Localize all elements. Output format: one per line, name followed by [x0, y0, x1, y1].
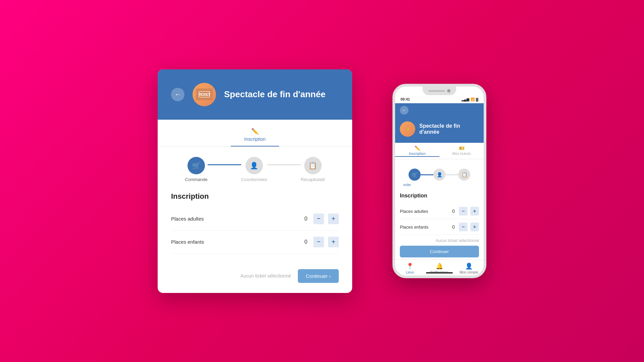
phone-inscription-label: Inscription [409, 152, 426, 156]
section-title: Inscription [171, 192, 339, 201]
phone-frame: 09:41 ▂▄▆ 📶 ▓ ← 🎫 Spectacle de fin d'ann… [392, 84, 486, 278]
phone-tab-inscription[interactable]: ✏️ Inscription [395, 143, 439, 159]
phone-step-order-label: order [402, 181, 477, 187]
adultes-value: 0 [303, 216, 309, 222]
no-ticket-text: Aucun ticket sélectionné [240, 273, 291, 279]
ticket-icon: TICKET [196, 88, 213, 100]
step-coordonnees-circle: 👤 [246, 157, 263, 174]
enfants-minus-button[interactable]: − [313, 237, 324, 247]
phone-event-icon: 🎫 [400, 121, 415, 137]
phone-wrapper: 09:41 ▂▄▆ 📶 ▓ ← 🎫 Spectacle de fin d'ann… [392, 84, 486, 278]
phone-adultes-value: 0 [451, 208, 456, 214]
ticket-text: TICKET [199, 93, 210, 97]
inscription-tab-icon: ✏️ [251, 128, 259, 135]
step-recapitulatif: 📋 Récapitulatif [301, 157, 325, 182]
adultes-plus-button[interactable]: + [328, 214, 339, 224]
phone-inscription-icon: ✏️ [415, 145, 420, 151]
phone-enfants-minus[interactable]: − [459, 223, 468, 231]
phone-step3-circle: 📋 [458, 169, 470, 181]
phone-back-icon: ← [402, 108, 407, 113]
step-commande-icon: 🛒 [192, 162, 201, 170]
phone-step2-circle: 👤 [433, 169, 445, 181]
phone-tickets-label: Mes tickets [452, 152, 471, 156]
lieux-label: Lieux [406, 270, 414, 274]
home-indicator [426, 272, 453, 274]
phone-back-bar: ← [395, 103, 484, 117]
phone-step1-circle: 🛒 [409, 169, 421, 181]
tab-inscription[interactable]: ✏️ Inscription [231, 125, 279, 146]
phone-ticket-text: 🎫 [406, 128, 409, 131]
step-commande: 🛒 Commande [185, 157, 208, 182]
phone-enfants-qty: 0 − + [451, 223, 479, 231]
enfants-value: 0 [303, 239, 309, 245]
phone-enfants-value: 0 [451, 224, 456, 230]
camera [447, 89, 450, 93]
tab-inscription-label: Inscription [244, 136, 266, 142]
phone-adultes-row: Places adultes 0 − + [400, 203, 479, 219]
battery-icon: ▓ [476, 98, 478, 101]
step-coordonnees-icon: 👤 [250, 162, 258, 170]
phone-step-line-1 [421, 174, 433, 175]
phone-enfants-label: Places enfants [400, 225, 428, 230]
compte-label: Mon compte [460, 270, 478, 274]
phone-adultes-minus[interactable]: − [459, 207, 468, 216]
card-header: ← TICKET Spectacle de fin d'année [158, 69, 352, 120]
phone-enfants-row: Places enfants 0 − + [400, 219, 479, 235]
step-coordonnees: 👤 Coordonnées [241, 157, 267, 182]
desktop-tabs: ✏️ Inscription [158, 120, 352, 147]
step-commande-label: Commande [185, 177, 208, 182]
stepper: 🛒 Commande 👤 Coordonnées 📋 Récapitulatif [158, 147, 352, 185]
phone-tickets-icon: 🎫 [459, 145, 465, 151]
adultes-label: Places adultes [171, 216, 204, 222]
speaker [428, 90, 445, 92]
signal-icon: ▂▄▆ [462, 98, 469, 101]
phone-event-banner: 🎫 Spectacle de fin d'année [395, 117, 484, 143]
notifications-icon: 🔔 [436, 262, 443, 270]
phone-enfants-plus[interactable]: + [470, 223, 479, 231]
lieux-icon: 📍 [406, 262, 414, 270]
phone-tabs: ✏️ Inscription 🎫 Mes tickets [395, 143, 484, 159]
phone-adultes-plus[interactable]: + [470, 207, 479, 216]
wifi-icon: 📶 [471, 98, 475, 101]
status-time: 09:41 [400, 97, 410, 101]
phone-nav-compte[interactable]: 👤 Mon compte [454, 262, 484, 274]
step-coordonnees-label: Coordonnées [241, 177, 267, 182]
back-button[interactable]: ← [171, 88, 184, 101]
phone-section-title: Inscription [400, 193, 479, 199]
phone-stepper-container: 🛒 👤 📋 order [395, 159, 484, 189]
phone-adultes-qty: 0 − + [451, 207, 479, 216]
adultes-qty-control: 0 − + [303, 214, 339, 224]
continue-button[interactable]: Continuer › [298, 269, 339, 283]
card-content: Inscription Places adultes 0 − + Places … [158, 185, 352, 264]
phone-step3-wrapper: 📋 [458, 169, 470, 181]
phone-back-button[interactable]: ← [400, 106, 409, 115]
phone-content: Inscription Places adultes 0 − + Places … [395, 189, 484, 261]
event-icon: TICKET [193, 83, 216, 106]
adultes-row: Places adultes 0 − + [171, 207, 339, 231]
phone-step2-wrapper: 👤 [433, 169, 445, 181]
phone-continue-button[interactable]: Continuer [400, 246, 479, 257]
card-footer: Aucun ticket sélectionné Continuer › [158, 264, 352, 293]
back-icon: ← [174, 90, 181, 98]
phone-nav-lieux[interactable]: 📍 Lieux [395, 262, 425, 274]
step-line-1 [208, 164, 241, 165]
phone-step-line-2 [445, 174, 458, 175]
tab-active-indicator [395, 156, 439, 157]
phone-notch [423, 86, 456, 95]
compte-icon: 👤 [465, 262, 473, 270]
enfants-plus-button[interactable]: + [328, 237, 339, 247]
enfants-label: Places enfants [171, 239, 204, 245]
event-title: Spectacle de fin d'année [224, 89, 325, 100]
scene: ← TICKET Spectacle de fin d'année ✏️ Ins… [0, 0, 644, 362]
phone-no-ticket: Aucun ticket sélectionné [400, 235, 479, 246]
enfants-qty-control: 0 − + [303, 237, 339, 247]
phone-adultes-label: Places adultes [400, 209, 428, 214]
adultes-minus-button[interactable]: − [313, 214, 324, 224]
phone-stepper: 🛒 👤 📋 [402, 164, 477, 181]
phone-order-label: order [403, 183, 411, 187]
step-recapitulatif-label: Récapitulatif [301, 177, 325, 182]
phone-tab-tickets[interactable]: 🎫 Mes tickets [439, 143, 484, 159]
phone-event-title: Spectacle de fin d'année [419, 123, 479, 135]
status-right: ▂▄▆ 📶 ▓ [462, 98, 478, 101]
phone-step1-wrapper: 🛒 [409, 169, 421, 181]
